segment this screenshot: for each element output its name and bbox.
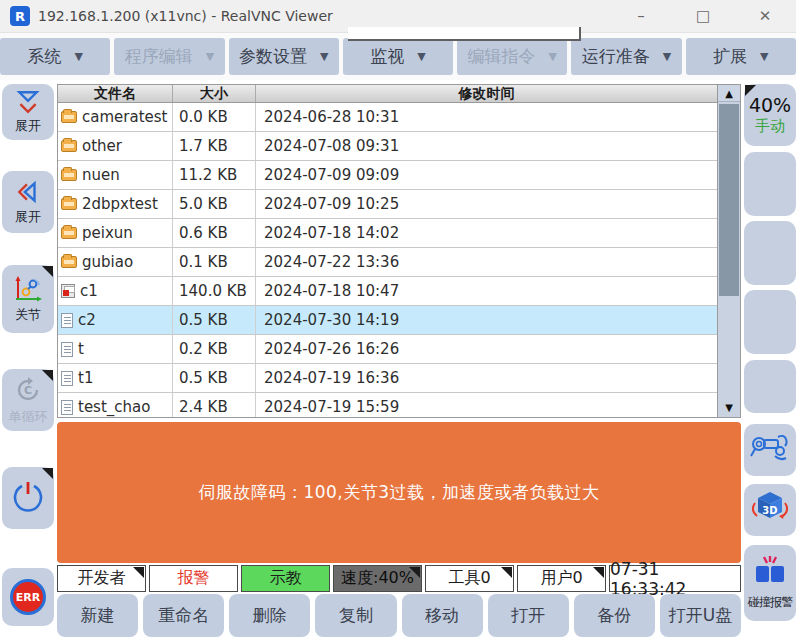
- err-icon: ERR: [10, 579, 46, 615]
- status-tool[interactable]: 工具0: [425, 565, 514, 592]
- folder-icon: [61, 198, 77, 210]
- servo-power-button[interactable]: [2, 467, 54, 529]
- scroll-down-icon[interactable]: ▼: [718, 402, 740, 413]
- hand-guide-button[interactable]: [744, 424, 796, 476]
- file-size: 140.0 KB: [172, 277, 256, 305]
- file-toolbar: 新建 重命名 删除 复制 移动 打开 备份 打开U盘: [57, 594, 741, 637]
- expand-down-label: 展开: [15, 119, 41, 133]
- file-size: 5.0 KB: [172, 190, 256, 218]
- table-row[interactable]: nuen 11.2 KB 2024-07-09 09:09: [58, 161, 717, 190]
- file-modified: 2024-07-19 15:59: [256, 393, 717, 418]
- column-header-size[interactable]: 大小: [172, 85, 256, 102]
- maximize-icon[interactable]: □: [672, 0, 734, 32]
- cube-3d-icon: 3D: [749, 489, 791, 531]
- file-name: c2: [78, 311, 96, 329]
- status-user-level[interactable]: 开发者: [57, 565, 146, 592]
- move-button[interactable]: 移动: [402, 594, 483, 637]
- status-alarm[interactable]: 报警: [149, 565, 238, 592]
- collision-alarm-button[interactable]: 碰撞报警: [744, 545, 796, 621]
- file-modified: 2024-07-30 14:19: [256, 306, 717, 334]
- speed-mode-button[interactable]: 40% 手动: [744, 84, 796, 146]
- open-usb-button[interactable]: 打开U盘: [660, 594, 741, 637]
- window-title: 192.168.1.200 (x11vnc) - RealVNC Viewer: [38, 8, 333, 24]
- file-size: 2.4 KB: [172, 393, 256, 418]
- minimize-icon[interactable]: –: [610, 0, 672, 32]
- table-row[interactable]: t1 0.5 KB 2024-07-19 16:36: [58, 364, 717, 393]
- single-cycle-button: C 单循环: [2, 369, 54, 431]
- file-modified: 2024-07-18 10:47: [256, 277, 717, 305]
- chevron-down-icon: ▼: [320, 50, 328, 63]
- table-row[interactable]: peixun 0.6 KB 2024-07-18 14:02: [58, 219, 717, 248]
- table-row-selected[interactable]: c2 0.5 KB 2024-07-30 14:19: [58, 306, 717, 335]
- expand-left-button[interactable]: 展开: [2, 171, 54, 233]
- rail-button-empty[interactable]: [744, 290, 796, 354]
- error-button[interactable]: ERR: [2, 568, 54, 626]
- close-icon[interactable]: ✕: [734, 0, 796, 32]
- status-clock-text: 07-31 16:33:42: [610, 559, 740, 599]
- scroll-up-icon[interactable]: ▲: [718, 85, 740, 102]
- corner-mark-icon: [501, 567, 512, 578]
- rail-button-empty[interactable]: [744, 360, 796, 413]
- menu-label: 监视: [370, 45, 404, 68]
- collision-icon: [752, 555, 788, 593]
- rename-button[interactable]: 重命名: [143, 594, 224, 637]
- copy-button[interactable]: 复制: [315, 594, 396, 637]
- file-name: 2dbpxtest: [82, 195, 158, 213]
- joint-coordinate-button[interactable]: 关节: [2, 265, 54, 333]
- rail-button-empty[interactable]: [744, 221, 796, 285]
- table-row[interactable]: gubiao 0.1 KB 2024-07-22 13:36: [58, 248, 717, 277]
- menu-label: 扩展: [713, 45, 747, 68]
- chevron-down-icon: ▼: [663, 50, 671, 63]
- rail-button-empty[interactable]: [744, 152, 796, 216]
- menu-run-prepare[interactable]: 运行准备 ▼: [571, 38, 681, 75]
- corner-mark-icon: [42, 266, 53, 277]
- file-modified: 2024-07-09 10:25: [256, 190, 717, 218]
- menu-extension[interactable]: 扩展 ▼: [686, 38, 796, 75]
- table-row[interactable]: cameratest 0.0 KB 2024-06-28 10:31: [58, 103, 717, 132]
- table-header: 文件名 大小 修改时间: [58, 85, 717, 103]
- expand-down-button[interactable]: 展开: [2, 84, 54, 140]
- table-row[interactable]: t 0.2 KB 2024-07-26 16:26: [58, 335, 717, 364]
- menu-parameter-settings[interactable]: 参数设置 ▼: [229, 38, 339, 75]
- document-icon: [61, 400, 73, 415]
- servo-alert-panel: 伺服故障码：100,关节3过载，加速度或者负载过大: [57, 422, 741, 563]
- table-row[interactable]: 2dbpxtest 5.0 KB 2024-07-09 10:25: [58, 190, 717, 219]
- view-3d-button[interactable]: 3D: [744, 484, 796, 536]
- status-mode-teach[interactable]: 示教: [241, 565, 330, 592]
- file-size: 0.6 KB: [172, 219, 256, 247]
- file-size: 0.1 KB: [172, 248, 256, 276]
- file-size: 0.0 KB: [172, 103, 256, 131]
- table-row[interactable]: test_chao 2.4 KB 2024-07-19 15:59: [58, 393, 717, 418]
- file-size: 0.2 KB: [172, 335, 256, 363]
- menu-label: 程序编辑: [125, 45, 193, 68]
- status-speed[interactable]: 速度:40%: [333, 565, 422, 592]
- column-header-modified[interactable]: 修改时间: [256, 85, 717, 103]
- menu-monitor[interactable]: 监视 ▼: [343, 38, 453, 75]
- status-user-frame[interactable]: 用户0: [517, 565, 606, 592]
- scrollbar-thumb[interactable]: [719, 104, 739, 296]
- menu-label: 参数设置: [239, 45, 307, 68]
- menu-system[interactable]: 系统 ▼: [0, 38, 110, 75]
- delete-button[interactable]: 删除: [229, 594, 310, 637]
- folder-icon: [61, 140, 77, 152]
- table-scrollbar[interactable]: ▲ ▼: [717, 84, 741, 418]
- dropdown-remnant: [348, 27, 581, 41]
- corner-mark-icon: [745, 85, 756, 96]
- table-row[interactable]: other 1.7 KB 2024-07-08 09:31: [58, 132, 717, 161]
- chevron-down-icon: ▼: [417, 50, 425, 63]
- table-row[interactable]: c1 140.0 KB 2024-07-18 10:47: [58, 277, 717, 306]
- corner-mark-icon: [42, 468, 53, 479]
- folder-icon: [61, 256, 77, 268]
- file-name: c1: [80, 282, 98, 300]
- window-controls: – □ ✕: [610, 0, 796, 32]
- new-button[interactable]: 新建: [57, 594, 138, 637]
- menu-label: 编辑指令: [468, 45, 536, 68]
- open-button[interactable]: 打开: [488, 594, 569, 637]
- single-cycle-icon: C: [13, 375, 43, 409]
- column-header-name[interactable]: 文件名: [58, 85, 172, 103]
- file-table: 文件名 大小 修改时间 cameratest 0.0 KB 2024-06-28…: [57, 84, 717, 418]
- backup-button[interactable]: 备份: [574, 594, 655, 637]
- status-user-frame-text: 用户0: [540, 568, 582, 589]
- document-icon: [61, 313, 73, 328]
- status-clock: 07-31 16:33:42: [609, 565, 741, 592]
